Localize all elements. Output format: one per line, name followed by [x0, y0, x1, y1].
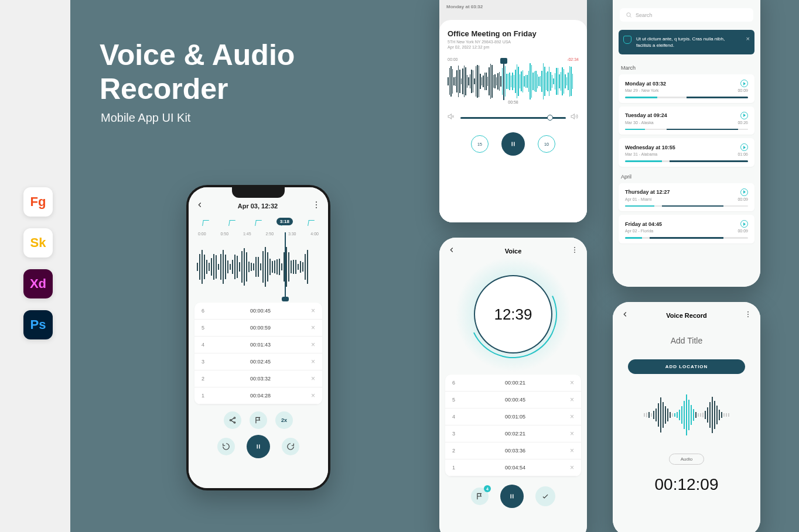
- recording-card[interactable]: Monday at 03:32Mar 29 - New York00:09: [619, 74, 754, 103]
- svg-rect-6: [257, 445, 258, 449]
- rewind-button[interactable]: [217, 438, 235, 455]
- volume-thumb[interactable]: [547, 115, 553, 121]
- pause-button[interactable]: [501, 132, 525, 156]
- ps-icon: Ps: [23, 310, 53, 339]
- recording-card[interactable]: Thursday at 12:27Apr 01 - Miami00:09: [619, 183, 754, 212]
- back-icon[interactable]: [448, 246, 456, 256]
- delete-marker-icon[interactable]: ×: [311, 392, 315, 400]
- done-button[interactable]: [535, 486, 555, 506]
- marker-row[interactable]: 100:04:54×: [445, 459, 581, 476]
- timeline-ruler[interactable]: 3:18 0:000:501:45 2:503:304:00: [189, 215, 328, 237]
- recording-card[interactable]: Wednesday at 10:55Mar 31 - Alabama01:06: [619, 138, 754, 167]
- marker-row[interactable]: 200:03:32×: [194, 370, 322, 387]
- forward-button[interactable]: [282, 438, 299, 455]
- delete-marker-icon[interactable]: ×: [311, 375, 315, 383]
- marker-time: 00:01:05: [505, 414, 525, 420]
- sketch-icon: Sk: [23, 228, 53, 258]
- marker-row[interactable]: 600:00:45×: [194, 303, 322, 320]
- back-icon[interactable]: [621, 310, 629, 321]
- svg-point-10: [574, 247, 575, 248]
- play-icon[interactable]: [740, 188, 748, 196]
- add-location-button[interactable]: ADD LOCATION: [628, 359, 745, 374]
- delete-marker-icon[interactable]: ×: [311, 341, 315, 349]
- markers-list: 600:00:21×500:00:45×400:01:05×300:02:21×…: [445, 375, 581, 476]
- volume-max-icon[interactable]: [571, 112, 579, 123]
- waveform[interactable]: [448, 64, 579, 99]
- header-title: Voice Record: [666, 312, 707, 319]
- waveform[interactable]: [197, 241, 320, 293]
- svg-point-0: [316, 201, 317, 202]
- progress-bar: [625, 97, 748, 98]
- delete-marker-icon[interactable]: ×: [570, 464, 574, 472]
- audio-pill[interactable]: Audio: [669, 454, 704, 465]
- play-icon[interactable]: [740, 143, 748, 151]
- marker-index: 1: [202, 393, 210, 399]
- marker-row[interactable]: 400:01:43×: [194, 337, 322, 353]
- delete-marker-icon[interactable]: ×: [570, 396, 574, 404]
- delete-marker-icon[interactable]: ×: [311, 324, 315, 332]
- pause-button[interactable]: [247, 435, 270, 458]
- back-icon[interactable]: [196, 201, 204, 211]
- marker-row[interactable]: 500:00:45×: [445, 392, 581, 409]
- delete-marker-icon[interactable]: ×: [570, 447, 574, 455]
- playhead-time-badge: 3:18: [276, 218, 293, 225]
- marker-index: 6: [202, 308, 210, 314]
- flag-marker-icon: [308, 220, 315, 226]
- phone-list: Voice Search Ut ut dictum ante, q turpis…: [613, 0, 760, 287]
- volume-slider[interactable]: [460, 117, 566, 119]
- search-input[interactable]: Search: [620, 8, 753, 22]
- recording-card[interactable]: Tuesday at 09:24Mar 30 - Alaska00:26: [619, 107, 754, 135]
- title-input[interactable]: Add Title: [613, 336, 760, 345]
- flag-marker-icon: [202, 220, 209, 226]
- more-icon[interactable]: [744, 310, 752, 321]
- delete-marker-icon[interactable]: ×: [570, 413, 574, 421]
- volume-mute-icon[interactable]: [448, 112, 456, 123]
- close-icon[interactable]: ×: [746, 35, 750, 43]
- recording-card[interactable]: Friday at 04:45Apr 02 - Florida00:09: [619, 215, 754, 243]
- svg-point-20: [747, 314, 749, 315]
- svg-point-11: [574, 249, 575, 250]
- marker-index: 2: [452, 448, 460, 454]
- marker-row[interactable]: 100:04:28×: [194, 387, 322, 404]
- recording-title: Tuesday at 09:24: [625, 112, 667, 118]
- remaining-time: -02:34: [567, 57, 579, 61]
- svg-rect-8: [512, 142, 513, 146]
- play-icon[interactable]: [740, 80, 748, 87]
- recording-meta: Mar 30 - Alaska: [625, 121, 654, 125]
- marker-row[interactable]: 600:00:21×: [445, 375, 581, 392]
- phone-record: Voice Record Add Title ADD LOCATION Audi…: [613, 302, 760, 532]
- marker-row[interactable]: 300:02:45×: [194, 353, 322, 370]
- progress-bar: [625, 237, 748, 239]
- playback-sheet: Office Meeting on Friday 5TH New York NY…: [439, 20, 587, 222]
- flag-button[interactable]: [250, 411, 267, 429]
- marker-row[interactable]: 400:01:05×: [445, 409, 581, 425]
- marker-row[interactable]: 500:00:59×: [194, 320, 322, 337]
- play-icon[interactable]: [740, 112, 748, 119]
- flag-button[interactable]: [471, 488, 489, 505]
- marker-time: 00:00:45: [505, 397, 525, 403]
- delete-marker-icon[interactable]: ×: [570, 430, 574, 438]
- delete-marker-icon[interactable]: ×: [570, 379, 574, 387]
- more-icon[interactable]: [312, 200, 321, 212]
- recording-title: Thursday at 12:27: [625, 189, 670, 195]
- playhead-icon[interactable]: [503, 63, 504, 100]
- forward-10-button[interactable]: 10: [538, 135, 555, 153]
- svg-rect-14: [513, 495, 514, 499]
- more-icon[interactable]: [571, 246, 579, 256]
- pause-button[interactable]: [500, 485, 524, 508]
- delete-marker-icon[interactable]: ×: [311, 358, 315, 366]
- svg-point-2: [316, 207, 317, 208]
- rewind-15-button[interactable]: 15: [471, 135, 489, 153]
- marker-row[interactable]: 300:02:21×: [445, 425, 581, 442]
- marker-row[interactable]: 200:03:36×: [445, 442, 581, 459]
- recording-meta: Mar 29 - New York: [625, 88, 659, 92]
- speed-button[interactable]: 2x: [275, 411, 293, 429]
- play-icon[interactable]: [740, 220, 748, 228]
- timer-value: 12:39: [494, 306, 532, 324]
- share-button[interactable]: [224, 411, 241, 429]
- recording-meta: Apr 02 - Florida: [625, 229, 653, 233]
- elapsed-time: 00:00: [448, 57, 458, 61]
- playhead-icon[interactable]: [285, 232, 286, 298]
- delete-marker-icon[interactable]: ×: [311, 307, 315, 315]
- recording-meta: Mar 31 - Alabama: [625, 152, 657, 156]
